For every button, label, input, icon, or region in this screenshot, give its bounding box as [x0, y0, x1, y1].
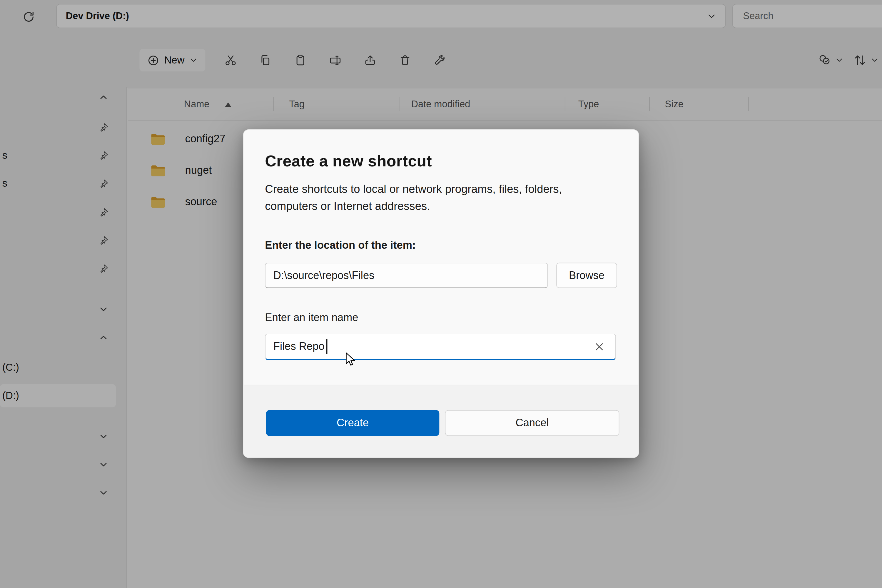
location-label: Enter the location of the item: — [265, 239, 617, 251]
item-name-label: Enter an item name — [265, 312, 617, 324]
browse-button[interactable]: Browse — [556, 263, 617, 288]
dialog-title: Create a new shortcut — [265, 153, 617, 171]
create-shortcut-dialog: Create a new shortcut Create shortcuts t… — [243, 129, 639, 458]
cancel-button-label: Cancel — [515, 417, 549, 429]
clear-input-button[interactable] — [591, 338, 608, 355]
create-button[interactable]: Create — [266, 410, 439, 436]
close-icon — [595, 342, 603, 351]
create-button-label: Create — [337, 417, 369, 429]
location-input[interactable] — [265, 263, 548, 288]
dialog-description: Create shortcuts to local or network pro… — [265, 180, 594, 214]
file-explorer-window: Dev Drive (D:) New — [0, 0, 882, 588]
cursor-arrow-icon — [344, 352, 357, 366]
cancel-button[interactable]: Cancel — [445, 410, 619, 436]
mouse-cursor — [344, 352, 357, 366]
item-name-input[interactable]: Files Repo — [265, 334, 616, 360]
item-name-value: Files Repo — [273, 340, 325, 353]
text-caret — [326, 339, 327, 354]
dialog-footer: Create Cancel — [243, 385, 638, 458]
browse-button-label: Browse — [569, 269, 604, 282]
